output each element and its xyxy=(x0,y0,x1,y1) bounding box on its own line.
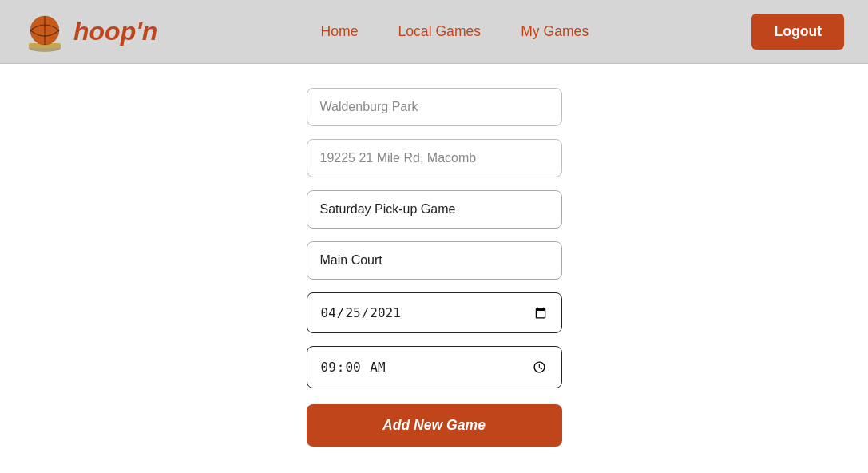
nav-my-games[interactable]: My Games xyxy=(521,23,589,40)
logo-text: hoop'n xyxy=(73,17,157,46)
game-name-input[interactable] xyxy=(307,190,562,229)
navbar: hoop'n Home Local Games My Games Logout xyxy=(0,0,868,64)
address-input[interactable] xyxy=(307,139,562,177)
game-form: Add New Game xyxy=(307,88,562,447)
main-content: Add New Game xyxy=(0,64,868,473)
court-input[interactable] xyxy=(307,241,562,280)
time-input[interactable] xyxy=(307,346,562,388)
nav-home[interactable]: Home xyxy=(321,23,359,40)
basketball-icon xyxy=(24,11,65,53)
logo-area: hoop'n xyxy=(24,11,157,53)
main-nav: Home Local Games My Games xyxy=(321,23,589,40)
add-game-button[interactable]: Add New Game xyxy=(307,404,562,447)
nav-local-games[interactable]: Local Games xyxy=(398,23,481,40)
date-input[interactable] xyxy=(307,292,562,333)
logout-button[interactable]: Logout xyxy=(751,14,844,50)
park-name-input[interactable] xyxy=(307,88,562,126)
